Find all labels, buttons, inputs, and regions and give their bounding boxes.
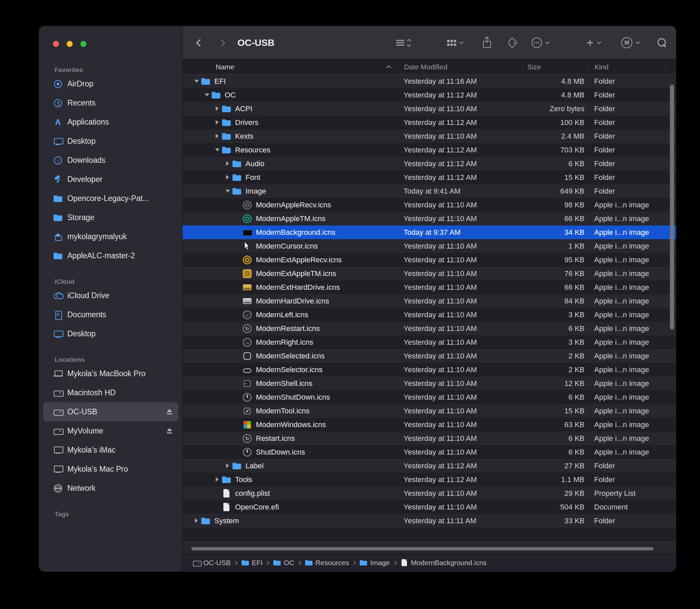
disclosure-triangle[interactable] bbox=[193, 514, 201, 527]
disclosure-triangle[interactable] bbox=[224, 157, 232, 171]
file-row[interactable]: ModernHardDrive.icnsYesterday at 11:10 A… bbox=[182, 294, 676, 308]
sidebar-item-mykolagrymalyuk[interactable]: mykolagrymalyuk bbox=[43, 227, 178, 246]
disclosure-spacer bbox=[234, 225, 243, 239]
view-options-button[interactable] bbox=[396, 39, 410, 46]
disclosure-triangle[interactable] bbox=[224, 459, 232, 473]
sidebar-item-developer[interactable]: Developer bbox=[43, 170, 178, 189]
file-row[interactable]: ModernExtAppleTM.icnsYesterday at 11:10 … bbox=[182, 267, 676, 280]
file-row[interactable]: ModernRight.icnsYesterday at 11:10 AM3 K… bbox=[182, 335, 676, 349]
file-row[interactable]: ModernAppleTM.icnsYesterday at 11:10 AM6… bbox=[182, 212, 676, 225]
file-row[interactable]: ModernShutDown.icnsYesterday at 11:10 AM… bbox=[182, 390, 676, 404]
horizontal-scrollbar[interactable] bbox=[191, 547, 653, 551]
file-name: ModernSelector.icns bbox=[256, 365, 322, 374]
sidebar-item-mykola-s-macbook-pro[interactable]: Mykola’s MacBook Pro bbox=[43, 364, 178, 383]
file-row[interactable]: DriversYesterday at 11:12 AM100 KBFolder bbox=[182, 116, 676, 129]
file-row[interactable]: ModernBackground.icnsToday at 9:37 AM34 … bbox=[182, 225, 676, 239]
path-item-modernbackground-icns[interactable]: ModernBackground.icns bbox=[400, 559, 487, 567]
file-row[interactable]: ModernLeft.icnsYesterday at 11:10 AM3 KB… bbox=[182, 308, 676, 321]
column-header-size[interactable]: Size bbox=[523, 59, 588, 74]
path-item-efi[interactable]: EFI bbox=[241, 559, 263, 567]
back-button[interactable] bbox=[197, 40, 203, 46]
sidebar-item-label: AirDrop bbox=[67, 80, 93, 88]
file-name: Restart.icns bbox=[256, 434, 295, 443]
disclosure-triangle[interactable] bbox=[224, 184, 232, 198]
zoom-button[interactable] bbox=[81, 41, 86, 47]
tags-button[interactable] bbox=[507, 37, 518, 48]
column-header-date-modified[interactable]: Date Modified bbox=[398, 59, 523, 74]
forward-button[interactable] bbox=[219, 40, 224, 46]
disclosure-triangle[interactable] bbox=[213, 116, 222, 129]
file-row[interactable]: AudioYesterday at 11:12 AM6 KBFolder bbox=[182, 157, 676, 171]
eject-icon[interactable] bbox=[165, 427, 174, 435]
sidebar-item-applealc-master-2[interactable]: AppleALC-master-2 bbox=[43, 246, 178, 265]
disclosure-triangle[interactable] bbox=[213, 143, 222, 157]
sidebar-item-downloads[interactable]: Downloads bbox=[43, 151, 178, 170]
more-actions-button[interactable] bbox=[531, 37, 542, 48]
file-row[interactable]: ACPIYesterday at 11:10 AMZero bytesFolde… bbox=[182, 102, 676, 116]
file-row[interactable]: ModernTool.icnsYesterday at 11:10 AM15 K… bbox=[182, 404, 676, 418]
file-row[interactable]: SystemYesterday at 11:11 AM33 KBFolder bbox=[182, 514, 676, 527]
file-row[interactable]: FontYesterday at 11:12 AM15 KBFolder bbox=[182, 171, 676, 184]
account-button[interactable]: M bbox=[621, 37, 632, 48]
file-row[interactable]: OpenCore.efiYesterday at 11:10 AM504 KBD… bbox=[182, 500, 676, 514]
group-button[interactable] bbox=[447, 42, 463, 44]
path-item-resources[interactable]: Resources bbox=[305, 559, 349, 567]
close-button[interactable] bbox=[53, 41, 59, 47]
sidebar-item-network[interactable]: Network bbox=[43, 479, 178, 498]
file-row[interactable]: Restart.icnsYesterday at 11:10 AM6 KBApp… bbox=[182, 432, 676, 445]
disclosure-triangle[interactable] bbox=[213, 102, 222, 116]
disclosure-triangle[interactable] bbox=[213, 129, 222, 143]
file-row[interactable]: ModernSelected.icnsYesterday at 11:10 AM… bbox=[182, 349, 676, 363]
sidebar-item-airdrop[interactable]: AirDrop bbox=[43, 74, 178, 93]
sidebar-item-macintosh-hd[interactable]: Macintosh HD bbox=[43, 383, 178, 402]
minimize-button[interactable] bbox=[67, 41, 73, 47]
file-row[interactable]: ResourcesYesterday at 11:12 AM703 KBFold… bbox=[182, 143, 676, 157]
disclosure-triangle[interactable] bbox=[193, 74, 201, 88]
sidebar-item-storage[interactable]: Storage bbox=[43, 208, 178, 227]
file-row[interactable]: ModernSelector.icnsYesterday at 11:10 AM… bbox=[182, 363, 676, 377]
sidebar-section-favorites: FavoritesAirDropRecentsApplicationsDeskt… bbox=[39, 66, 182, 265]
column-header-kind[interactable]: Kind bbox=[588, 59, 676, 74]
file-row[interactable]: EFIYesterday at 11:16 AM4.8 MBFolder bbox=[182, 74, 676, 88]
sidebar-item-icloud-drive[interactable]: iCloud Drive bbox=[43, 286, 178, 305]
file-row[interactable]: OCYesterday at 11:12 AM4.8 MBFolder bbox=[182, 88, 676, 102]
sidebar-item-opencore-legacy-pat[interactable]: Opencore-Legacy-Pat... bbox=[43, 189, 178, 208]
file-row[interactable]: KextsYesterday at 11:10 AM2.4 MBFolder bbox=[182, 129, 676, 143]
disclosure-triangle[interactable] bbox=[203, 88, 212, 102]
sidebar-item-oc-usb[interactable]: OC-USB bbox=[43, 402, 178, 421]
sidebar-item-label: iCloud Drive bbox=[67, 291, 109, 300]
file-row[interactable]: ModernExtHardDrive.icnsYesterday at 11:1… bbox=[182, 280, 676, 294]
sidebar-item-mykola-s-mac-pro[interactable]: Mykola’s Mac Pro bbox=[43, 459, 178, 479]
vertical-scrollbar[interactable] bbox=[670, 84, 674, 330]
new-item-button[interactable] bbox=[587, 38, 594, 48]
file-row[interactable]: ModernShell.icnsYesterday at 11:10 AM12 … bbox=[182, 377, 676, 390]
sidebar-section-title: iCloud bbox=[39, 277, 182, 286]
eject-icon[interactable] bbox=[165, 408, 174, 416]
file-row[interactable]: LabelYesterday at 11:12 AM27 KBFolder bbox=[182, 459, 676, 473]
path-item-oc-usb[interactable]: OC-USB bbox=[193, 559, 231, 567]
disclosure-triangle[interactable] bbox=[213, 473, 222, 486]
file-row[interactable]: ModernAppleRecv.icnsYesterday at 11:10 A… bbox=[182, 198, 676, 212]
file-row[interactable]: ShutDown.icnsYesterday at 11:10 AM6 KBAp… bbox=[182, 445, 676, 459]
sidebar-item-desktop[interactable]: Desktop bbox=[43, 324, 178, 343]
column-header-name[interactable]: Name bbox=[182, 59, 398, 74]
file-row[interactable]: ImageToday at 9:41 AM649 KBFolder bbox=[182, 184, 676, 198]
sidebar-item-recents[interactable]: Recents bbox=[43, 93, 178, 112]
search-button[interactable] bbox=[657, 37, 667, 48]
path-item-oc[interactable]: OC bbox=[273, 559, 294, 567]
sidebar-item-myvolume[interactable]: MyVolume bbox=[43, 421, 178, 440]
share-button[interactable] bbox=[482, 37, 492, 49]
sidebar-item-documents[interactable]: Documents bbox=[43, 305, 178, 324]
file-row[interactable]: ModernRestart.icnsYesterday at 11:10 AM6… bbox=[182, 321, 676, 335]
path-item-image[interactable]: Image bbox=[360, 559, 389, 567]
sidebar-item-mykola-s-imac[interactable]: Mykola’s iMac bbox=[43, 440, 178, 459]
file-row[interactable]: ToolsYesterday at 11:12 AM1.1 MBFolder bbox=[182, 473, 676, 486]
circle-left-icon bbox=[243, 311, 251, 319]
file-row[interactable]: ModernCursor.icnsYesterday at 11:10 AM1 … bbox=[182, 239, 676, 253]
disclosure-triangle[interactable] bbox=[224, 171, 232, 184]
sidebar-item-applications[interactable]: Applications bbox=[43, 112, 178, 132]
sidebar-item-desktop[interactable]: Desktop bbox=[43, 132, 178, 151]
file-row[interactable]: ModernExtAppleRecv.icnsYesterday at 11:1… bbox=[182, 253, 676, 267]
file-row[interactable]: config.plistYesterday at 11:10 AM29 KBPr… bbox=[182, 486, 676, 500]
file-row[interactable]: ModernWindows.icnsYesterday at 11:10 AM6… bbox=[182, 418, 676, 432]
